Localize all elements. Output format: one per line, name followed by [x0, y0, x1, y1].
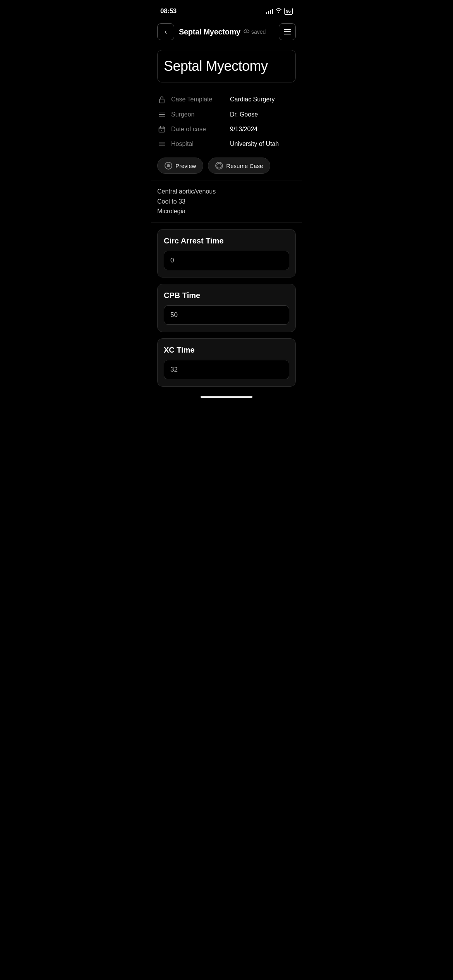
case-title-container: Septal Myectomy: [157, 50, 296, 82]
signal-icon: [266, 9, 273, 14]
surgeon-icon: [157, 113, 166, 117]
resume-case-label: Resume Case: [226, 163, 263, 169]
action-buttons: Preview Resume Case: [151, 156, 302, 180]
nav-bar: ‹ Septal Myectomy saved: [151, 20, 302, 45]
menu-button[interactable]: [279, 23, 296, 40]
hospital-label: Hospital: [171, 140, 225, 147]
xc-time-card: XC Time 32: [157, 338, 296, 387]
surgeon-label: Surgeon: [171, 111, 225, 118]
cpb-time-card: CPB Time 50: [157, 284, 296, 332]
status-icons: 96: [266, 8, 293, 15]
nav-title: Septal Myectomy: [179, 27, 240, 36]
svg-rect-0: [160, 99, 164, 103]
battery-icon: 96: [284, 8, 293, 15]
hamburger-icon: [284, 29, 291, 34]
case-title: Septal Myectomy: [164, 58, 289, 74]
back-button[interactable]: ‹: [157, 23, 174, 40]
status-bar: 08:53 96: [151, 0, 302, 20]
status-time: 08:53: [160, 7, 177, 15]
cpb-time-value[interactable]: 50: [164, 305, 289, 325]
home-indicator: [201, 396, 252, 398]
nav-title-area: Septal Myectomy saved: [179, 27, 274, 36]
bottom-bar: [151, 393, 302, 401]
info-section: Case Template Cardiac Surgery Surgeon Dr…: [151, 87, 302, 156]
info-row-hospital: Hospital University of Utah: [157, 137, 296, 151]
resume-case-button[interactable]: Resume Case: [208, 158, 270, 174]
cloud-upload-icon: [244, 29, 250, 35]
hospital-icon: [157, 142, 166, 146]
saved-indicator: saved: [244, 29, 266, 35]
info-row-date: Date of case 9/13/2024: [157, 122, 296, 137]
back-chevron-icon: ‹: [165, 28, 167, 36]
xc-time-title: XC Time: [164, 346, 289, 355]
circ-arrest-time-value[interactable]: 0: [164, 251, 289, 270]
circ-arrest-time-card: Circ Arrest Time 0: [157, 229, 296, 278]
wifi-icon: [275, 8, 282, 14]
case-template-value: Cardiac Surgery: [230, 96, 275, 103]
lock-icon: [157, 96, 166, 103]
case-template-label: Case Template: [171, 96, 225, 103]
circ-arrest-time-title: Circ Arrest Time: [164, 236, 289, 245]
svg-point-2: [161, 130, 162, 131]
info-row-surgeon: Surgeon Dr. Goose: [157, 107, 296, 122]
surgeon-value: Dr. Goose: [230, 111, 258, 118]
note-line-2: Cool to 33: [157, 197, 296, 207]
xc-time-value[interactable]: 32: [164, 360, 289, 379]
cpb-time-title: CPB Time: [164, 291, 289, 300]
svg-rect-1: [159, 127, 165, 132]
resume-icon: [215, 162, 223, 170]
notes-section: Central aortic/venous Cool to 33 Microle…: [151, 180, 302, 223]
preview-label: Preview: [175, 163, 196, 169]
hospital-value: University of Utah: [230, 140, 279, 147]
info-row-case-template: Case Template Cardiac Surgery: [157, 92, 296, 107]
date-value: 9/13/2024: [230, 126, 257, 133]
note-line-1: Central aortic/venous: [157, 187, 296, 197]
preview-button[interactable]: Preview: [157, 158, 203, 174]
preview-icon: [165, 162, 172, 170]
calendar-icon: [157, 126, 166, 133]
date-label: Date of case: [171, 126, 225, 133]
note-line-3: Microlegia: [157, 206, 296, 216]
saved-label: saved: [251, 29, 266, 35]
nav-divider: [151, 45, 302, 45]
